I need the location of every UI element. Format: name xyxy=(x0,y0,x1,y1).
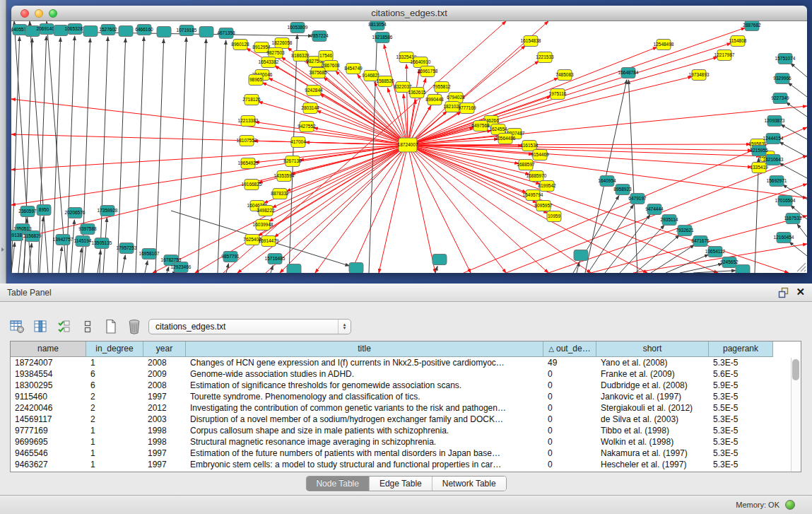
graph-node[interactable] xyxy=(574,250,588,261)
citation-edge[interactable] xyxy=(289,35,298,273)
citation-edge[interactable] xyxy=(320,94,403,141)
citation-network-graph[interactable]: 1872400744055782069140610653287152760264… xyxy=(11,21,807,273)
citation-edge[interactable] xyxy=(414,28,746,143)
create-column-button[interactable] xyxy=(102,317,120,336)
graph-node[interactable] xyxy=(119,26,133,37)
citation-edge[interactable] xyxy=(271,266,273,273)
graph-node[interactable] xyxy=(157,27,171,37)
table-cell: 6 xyxy=(86,368,143,380)
citation-edge[interactable] xyxy=(404,94,407,139)
table-row[interactable]: 969969511998Structural magnetic resonanc… xyxy=(11,436,801,448)
citation-edge[interactable] xyxy=(136,37,144,273)
citation-edge[interactable] xyxy=(178,37,187,273)
citation-edge[interactable] xyxy=(788,83,807,97)
citation-edge[interactable] xyxy=(406,64,408,139)
node-label: 16961758 xyxy=(418,69,438,74)
citation-edge[interactable] xyxy=(779,142,807,157)
graph-node[interactable] xyxy=(83,26,98,37)
graph-node[interactable] xyxy=(736,265,750,274)
graph-node[interactable] xyxy=(199,27,213,37)
scrollbar-thumb[interactable] xyxy=(792,359,799,380)
network-window-titlebar[interactable]: citations_edges.txt xyxy=(11,6,807,21)
canvas-resize-grip[interactable] xyxy=(795,261,806,272)
citation-edge[interactable] xyxy=(78,248,82,273)
citation-edge[interactable] xyxy=(100,37,108,273)
node-label: 16543382 xyxy=(259,59,279,64)
graph-node[interactable] xyxy=(433,255,447,265)
tab-network-table[interactable]: Network Table xyxy=(433,477,506,491)
citation-edge[interactable] xyxy=(379,145,408,273)
node-label: 8186328 xyxy=(291,53,310,58)
citation-edge[interactable] xyxy=(620,225,664,273)
citation-edge[interactable] xyxy=(435,267,437,273)
column-header-out_de[interactable]: △out_de… xyxy=(543,341,596,357)
citation-edge[interactable] xyxy=(408,145,506,273)
column-header-title[interactable]: title xyxy=(186,341,543,357)
citation-edge[interactable] xyxy=(71,220,74,273)
citation-edge[interactable] xyxy=(117,38,126,273)
table-row[interactable]: 911546021997Tourette syndrome. Phenomeno… xyxy=(11,391,801,402)
node-label: 8958923 xyxy=(613,187,632,192)
tab-node-table[interactable]: Node Table xyxy=(306,477,370,491)
citation-edge[interactable] xyxy=(651,245,695,273)
table-row[interactable]: 1872400712008Changes of HCN gene express… xyxy=(11,357,801,368)
citation-edge[interactable] xyxy=(351,145,408,273)
table-row[interactable]: 946362711997Embryonic stem cells: a mode… xyxy=(11,459,801,470)
citation-edge[interactable] xyxy=(414,146,530,175)
network-selector-dropdown[interactable]: citations_edges.txt ▲▼ xyxy=(148,319,351,334)
show-columns-button[interactable] xyxy=(32,317,50,336)
citation-edge[interactable] xyxy=(408,145,435,273)
column-header-in_degree[interactable]: in_degree xyxy=(86,341,143,357)
table-cell: 6 xyxy=(86,380,143,391)
citation-edge[interactable] xyxy=(779,163,807,178)
citation-edge[interactable] xyxy=(59,247,62,273)
table-cell: 0 xyxy=(543,402,596,414)
node-label: 2718126 xyxy=(242,97,261,102)
citation-edge[interactable] xyxy=(414,145,752,151)
citation-edge[interactable] xyxy=(693,271,736,273)
citation-edge[interactable] xyxy=(786,103,807,117)
citation-edge[interactable] xyxy=(408,145,789,273)
citation-edge[interactable] xyxy=(167,267,169,273)
citation-edge[interactable] xyxy=(11,145,408,240)
table-vertical-scrollbar[interactable] xyxy=(791,358,800,472)
citation-edge[interactable] xyxy=(122,255,125,273)
table-row[interactable]: 1456911722003Disruption of a novel membe… xyxy=(11,414,801,425)
column-header-year[interactable]: year xyxy=(143,341,186,357)
citation-edge[interactable] xyxy=(198,39,206,273)
panel-collapse-arrow-icon[interactable] xyxy=(1,247,4,252)
close-panel-icon[interactable]: ✕ xyxy=(796,286,805,298)
table-row[interactable]: 1938455462009Genome-wide association stu… xyxy=(11,368,801,380)
citation-edge[interactable] xyxy=(588,204,633,273)
node-label: 16885970 xyxy=(526,173,547,178)
citation-edge[interactable] xyxy=(155,39,164,273)
delete-column-button[interactable] xyxy=(125,317,143,336)
citation-edge[interactable] xyxy=(791,63,807,77)
table-row[interactable]: 2242004622012Investigating the contribut… xyxy=(11,402,801,414)
memory-status-indicator-icon[interactable] xyxy=(785,500,795,510)
citation-edge[interactable] xyxy=(408,145,471,273)
citation-edge[interactable] xyxy=(18,236,22,273)
citation-edge[interactable] xyxy=(145,261,148,273)
column-checklist-button[interactable] xyxy=(55,317,73,336)
node-label: 14353594 xyxy=(274,173,295,178)
network-canvas[interactable]: 1872400744055782069140610653287152760264… xyxy=(11,21,807,273)
graph-node[interactable] xyxy=(287,264,301,274)
graph-node[interactable] xyxy=(349,263,363,274)
tab-edge-table[interactable]: Edge Table xyxy=(370,477,433,491)
column-header-short[interactable]: short xyxy=(596,341,709,357)
column-header-name[interactable]: name xyxy=(11,341,86,357)
citation-edge[interactable] xyxy=(666,255,709,273)
row-height-button[interactable] xyxy=(78,317,97,336)
table-mode-button[interactable] xyxy=(8,317,27,336)
citation-edge[interactable] xyxy=(414,144,751,145)
left-panel-divider[interactable] xyxy=(0,0,6,284)
citation-edge[interactable] xyxy=(255,146,401,163)
table-row[interactable]: 946554611997Estimation of the future num… xyxy=(11,448,801,459)
column-header-pagerank[interactable]: pagerank xyxy=(709,341,773,357)
table-row[interactable]: 1830029562008Estimation of significance … xyxy=(11,380,801,391)
table-mode-icon xyxy=(10,320,25,334)
citation-edge[interactable] xyxy=(797,224,807,237)
table-row[interactable]: 977716911998Corpus callosum shape and si… xyxy=(11,425,801,436)
float-panel-icon[interactable] xyxy=(778,287,789,298)
